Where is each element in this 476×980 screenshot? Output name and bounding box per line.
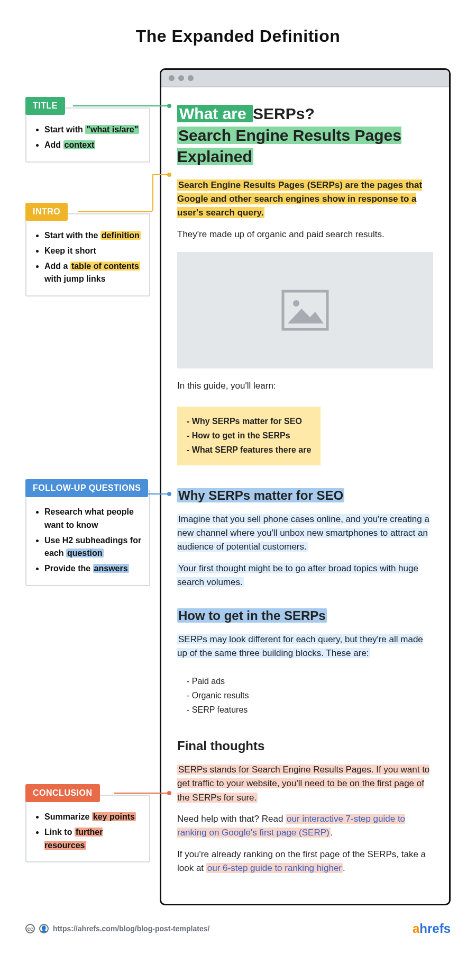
t: answers bbox=[93, 564, 129, 573]
footer-url: https://ahrefs.com/blog/blog-post-templa… bbox=[53, 924, 209, 933]
list-item: SERP features bbox=[187, 704, 433, 717]
list-item: Paid ads bbox=[187, 675, 433, 688]
cc-icon: cc bbox=[25, 924, 35, 933]
t: Your first thought might be to go after … bbox=[177, 563, 418, 587]
t: definition bbox=[100, 231, 141, 240]
article-content: What are SERPs? Search Engine Results Pa… bbox=[161, 87, 449, 904]
t: What are bbox=[177, 105, 253, 122]
picture-icon bbox=[281, 290, 329, 331]
article-intro-followup: They're made up of organic and paid sear… bbox=[177, 228, 433, 241]
t: SERPs? bbox=[253, 105, 315, 122]
paragraph: SERPs stands for Search Engine Results P… bbox=[177, 763, 433, 805]
t: Need help with that? Read bbox=[177, 814, 286, 824]
anno-title: TITLE Start with "what is/are" Add conte… bbox=[25, 97, 150, 163]
annotations-column: TITLE Start with "what is/are" Add conte… bbox=[25, 68, 150, 905]
footer-attribution: cc 👤 https://ahrefs.com/blog/blog-post-t… bbox=[25, 924, 209, 933]
section-heading: Final thoughts bbox=[177, 736, 433, 756]
t: Add a bbox=[44, 262, 70, 271]
anno-title-box: Start with "what is/are" Add context bbox=[25, 107, 150, 163]
t: SERPs may look different for each query,… bbox=[177, 634, 423, 658]
t: Imagine that you sell phone cases online… bbox=[177, 514, 429, 552]
page-title: The Expanded Definition bbox=[25, 26, 451, 46]
bullet-list: Paid ads Organic results SERP features bbox=[177, 668, 433, 720]
t: How to get in the SERPs bbox=[177, 608, 327, 623]
t: Search Engine Results Pages Explained bbox=[177, 127, 401, 166]
paragraph: If you're already ranking on the first p… bbox=[177, 848, 433, 876]
learn-lead: In this guide, you'll learn: bbox=[177, 379, 433, 393]
traffic-light-dot bbox=[178, 75, 184, 81]
image-placeholder bbox=[177, 252, 433, 368]
t: Start with the bbox=[44, 231, 100, 240]
paragraph: Your first thought might be to go after … bbox=[177, 562, 433, 590]
t: Why SERPs matter for SEO bbox=[177, 488, 344, 502]
anno-title-label: TITLE bbox=[25, 97, 65, 115]
t: Add bbox=[44, 140, 63, 149]
anno-conclusion-label: CONCLUSION bbox=[25, 784, 100, 802]
t: with jump links bbox=[44, 274, 106, 283]
t: Start with bbox=[44, 125, 85, 134]
traffic-light-dot bbox=[188, 75, 194, 81]
list-item: Organic results bbox=[187, 689, 433, 703]
anno-intro-box: Start with the definition Keep it short … bbox=[25, 213, 150, 296]
toc-item[interactable]: How to get in the SERPs bbox=[187, 429, 311, 443]
table-of-contents: Why SERPs matter for SEO How to get in t… bbox=[177, 407, 321, 465]
t: Summarize bbox=[44, 812, 92, 821]
browser-window: What are SERPs? Search Engine Results Pa… bbox=[160, 68, 451, 905]
t: key points bbox=[92, 812, 136, 821]
section-heading: Why SERPs matter for SEO bbox=[177, 485, 433, 505]
paragraph: Need help with that? Read our interactiv… bbox=[177, 812, 433, 840]
brand-logo: ahrefs bbox=[413, 921, 451, 936]
t: table of contents bbox=[70, 262, 140, 271]
svg-rect-0 bbox=[283, 291, 327, 329]
footer: cc 👤 https://ahrefs.com/blog/blog-post-t… bbox=[25, 921, 451, 936]
anno-followup-box: Research what people want to know Use H2… bbox=[25, 490, 150, 586]
toc-item[interactable]: What SERP features there are bbox=[187, 444, 311, 457]
t: question bbox=[66, 549, 104, 558]
t: Provide the bbox=[44, 564, 93, 573]
t: SERPs stands for Search Engine Results P… bbox=[177, 765, 429, 803]
anno-intro-label: INTRO bbox=[25, 203, 68, 221]
t: context bbox=[63, 140, 96, 149]
anno-followup: FOLLOW-UP QUESTIONS Research what people… bbox=[25, 479, 150, 586]
paragraph: Imagine that you sell phone cases online… bbox=[177, 513, 433, 554]
toc-item[interactable]: Why SERPs matter for SEO bbox=[187, 415, 311, 428]
svg-point-1 bbox=[293, 300, 299, 307]
anno-conclusion-box: Summarize key points Link to further res… bbox=[25, 795, 150, 862]
anno-followup-label: FOLLOW-UP QUESTIONS bbox=[25, 479, 148, 497]
t: Link to bbox=[44, 828, 75, 837]
paragraph: SERPs may look different for each query,… bbox=[177, 633, 433, 661]
t: "what is/are" bbox=[85, 125, 139, 134]
anno-intro: INTRO Start with the definition Keep it … bbox=[25, 203, 150, 296]
article-heading: What are SERPs? Search Engine Results Pa… bbox=[177, 103, 433, 168]
t: Keep it short bbox=[44, 246, 96, 255]
traffic-light-dot bbox=[169, 75, 175, 81]
t: Search Engine Results Pages (SERPs) are … bbox=[177, 179, 422, 219]
browser-title-bar bbox=[161, 70, 449, 87]
t: . bbox=[343, 863, 345, 873]
t: . bbox=[331, 828, 333, 838]
layout: TITLE Start with "what is/are" Add conte… bbox=[25, 68, 451, 905]
t: Research what people want to know bbox=[44, 507, 134, 529]
by-icon: 👤 bbox=[39, 924, 49, 933]
anno-conclusion: CONCLUSION Summarize key points Link to … bbox=[25, 784, 150, 862]
section-heading: How to get in the SERPs bbox=[177, 606, 433, 625]
resource-link[interactable]: our 6-step guide to ranking higher bbox=[206, 863, 343, 873]
article-intro: Search Engine Results Pages (SERPs) are … bbox=[177, 178, 433, 220]
